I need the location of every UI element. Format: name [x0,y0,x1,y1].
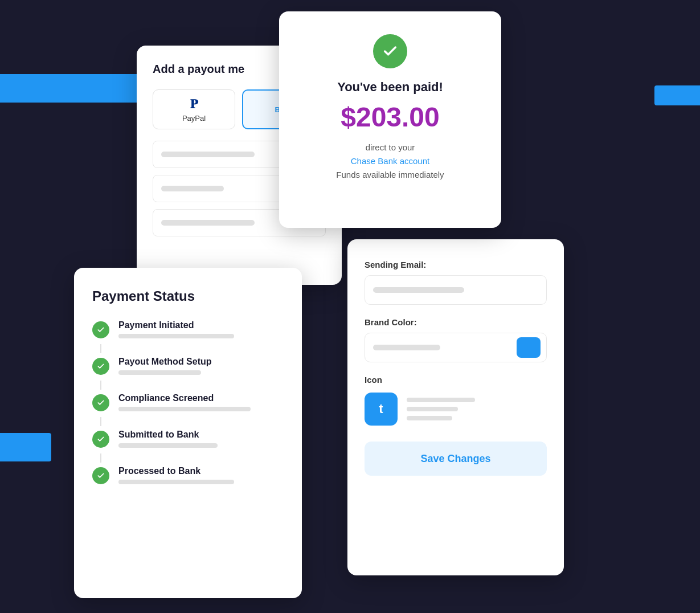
accent-bar-right-top [654,85,700,105]
status-title: Payment Status [92,288,284,304]
status-bar-5 [118,480,234,484]
icon-char: t [379,402,383,416]
check-icon-2 [97,362,105,370]
icon-section: Icon t [365,375,547,426]
icon-preview: t [365,393,398,426]
status-content-1: Payment Initiated [118,320,284,341]
icon-section-label: Icon [365,375,547,385]
color-swatch[interactable] [517,337,541,358]
status-item-payment-initiated: Payment Initiated [92,320,284,341]
icon-line-3 [407,416,452,420]
check-icon-5 [97,472,105,480]
status-connector-2 [100,381,101,390]
check-icon-1 [97,326,105,334]
accent-bar-left-bottom [0,433,51,461]
status-content-4: Submitted to Bank [118,430,284,450]
icon-line-1 [407,398,475,402]
icon-text-lines [407,398,475,420]
icon-row: t [365,393,547,426]
status-check-processed [92,467,109,484]
status-check-compliance [92,394,109,411]
status-connector-4 [100,453,101,463]
status-label-5: Processed to Bank [118,466,284,476]
status-content-3: Compliance Screened [118,393,284,414]
status-bar-4 [118,443,218,448]
status-label-1: Payment Initiated [118,320,284,330]
status-item-processed: Processed to Bank [92,466,284,487]
check-icon-3 [97,399,105,407]
accent-bar-left-top [0,74,142,103]
payout-input-placeholder-3 [161,220,255,226]
status-item-payout-method: Payout Method Setup [92,357,284,377]
sending-email-placeholder [373,287,464,293]
status-connector-3 [100,417,101,426]
status-connector-1 [100,344,101,353]
sending-email-label: Sending Email: [365,260,547,269]
status-label-4: Submitted to Bank [118,430,284,440]
paid-amount: $203.00 [341,101,440,133]
payout-input-placeholder-1 [161,152,255,157]
status-check-submitted [92,431,109,448]
sending-email-input[interactable] [365,275,547,305]
icon-line-2 [407,407,458,411]
paypal-label: PayPal [182,114,206,122]
status-bar-2 [118,370,201,375]
check-icon-4 [97,435,105,443]
paid-bank-link[interactable]: Chase Bank account [351,156,429,166]
settings-card: Sending Email: Brand Color: Icon t Save … [347,239,564,575]
paypal-icon: 𝐏 [190,97,198,112]
paid-title: You've been paid! [337,80,443,95]
paid-description-line1: direct to your [366,142,415,152]
payment-status-card: Payment Status Payment Initiated Payout … [74,268,302,598]
status-check-payout-method [92,358,109,375]
status-item-compliance: Compliance Screened [92,393,284,414]
status-label-2: Payout Method Setup [118,357,284,367]
paid-check-circle [373,34,407,68]
brand-color-input[interactable] [365,333,547,362]
paid-description: direct to your Chase Bank account Funds … [336,141,444,182]
paid-confirmation-card: You've been paid! $203.00 direct to your… [279,11,501,228]
status-bar-3 [118,407,251,411]
status-label-3: Compliance Screened [118,393,284,403]
paid-description-line2: Funds available immediately [336,170,444,179]
paypal-method-btn[interactable]: 𝐏 PayPal [153,89,235,129]
status-item-submitted: Submitted to Bank [92,430,284,450]
status-check-payment-initiated [92,321,109,338]
brand-color-label: Brand Color: [365,317,547,327]
payout-input-placeholder-2 [161,186,224,191]
status-content-2: Payout Method Setup [118,357,284,377]
brand-color-text [373,345,440,350]
status-bar-1 [118,334,234,338]
save-changes-button[interactable]: Save Changes [365,442,547,476]
check-icon [382,43,398,59]
status-content-5: Processed to Bank [118,466,284,487]
